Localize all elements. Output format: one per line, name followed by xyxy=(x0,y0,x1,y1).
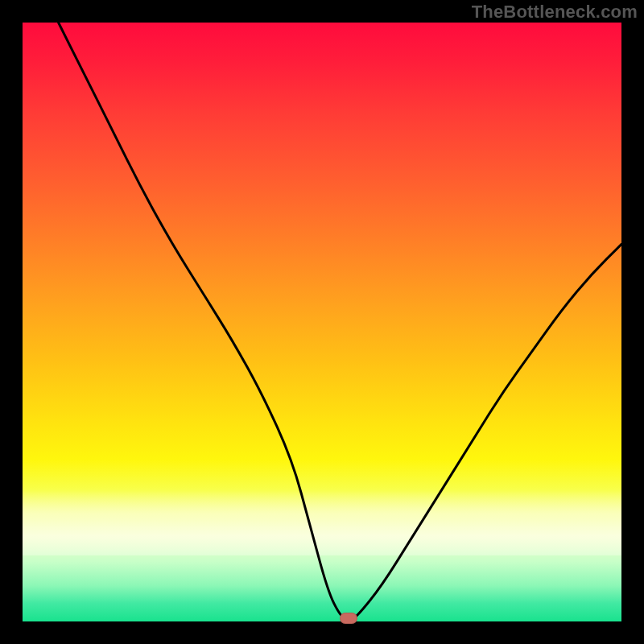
bottleneck-curve xyxy=(23,23,621,621)
watermark-text: TheBottleneck.com xyxy=(472,2,638,23)
optimal-marker xyxy=(340,613,357,624)
chart-area xyxy=(23,23,621,621)
